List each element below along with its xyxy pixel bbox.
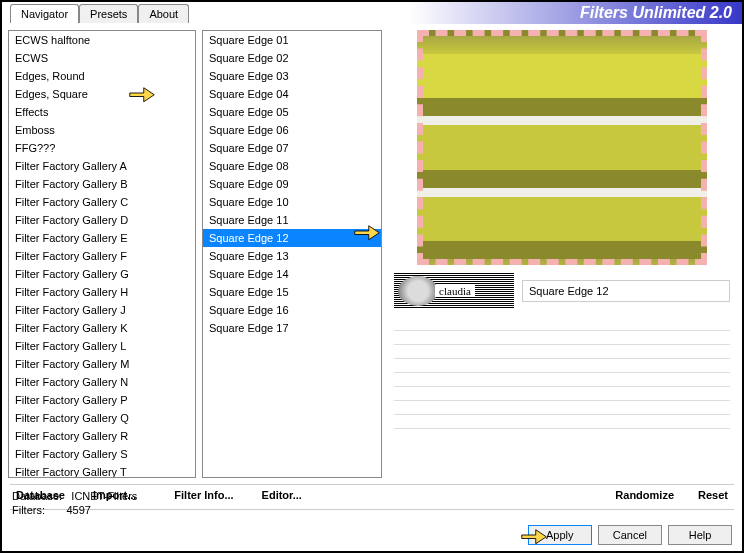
parameter-rows — [388, 317, 736, 429]
filter-list-item[interactable]: Square Edge 05 — [203, 103, 381, 121]
status-database-label: Database: — [12, 490, 62, 502]
dialog-buttons: Apply Cancel Help — [528, 525, 732, 545]
status-filters-value: 4597 — [66, 504, 90, 516]
category-list-item[interactable]: Edges, Square — [9, 85, 195, 103]
category-list-item[interactable]: Filter Factory Gallery P — [9, 391, 195, 409]
category-list-item[interactable]: Edges, Round — [9, 67, 195, 85]
category-list-item[interactable]: ECWS — [9, 49, 195, 67]
filter-list-item[interactable]: Square Edge 15 — [203, 283, 381, 301]
category-list-item[interactable]: Emboss — [9, 121, 195, 139]
param-row — [394, 317, 730, 331]
main-content: ECWS halftoneECWSEdges, RoundEdges, Squa… — [2, 24, 742, 484]
category-list-item[interactable]: Filter Factory Gallery C — [9, 193, 195, 211]
filter-list-item[interactable]: Square Edge 11 — [203, 211, 381, 229]
app-title: Filters Unlimited 2.0 — [580, 4, 732, 22]
preview-panel: claudia Square Edge 12 — [388, 30, 736, 478]
param-row — [394, 331, 730, 345]
cancel-button[interactable]: Cancel — [598, 525, 662, 545]
selected-filter-name: Square Edge 12 — [522, 280, 730, 302]
filter-list-item[interactable]: Square Edge 03 — [203, 67, 381, 85]
category-list-item[interactable]: FFG??? — [9, 139, 195, 157]
filter-list-item[interactable]: Square Edge 16 — [203, 301, 381, 319]
filter-list-item[interactable]: Square Edge 13 — [203, 247, 381, 265]
randomize-button[interactable]: Randomize — [615, 489, 674, 501]
category-list-item[interactable]: Filter Factory Gallery S — [9, 445, 195, 463]
category-list-item[interactable]: Filter Factory Gallery A — [9, 157, 195, 175]
category-list-item[interactable]: Filter Factory Gallery D — [9, 211, 195, 229]
category-list-item[interactable]: Effects — [9, 103, 195, 121]
param-row — [394, 345, 730, 359]
category-list-item[interactable]: Filter Factory Gallery E — [9, 229, 195, 247]
filter-list-item[interactable]: Square Edge 04 — [203, 85, 381, 103]
help-button[interactable]: Help — [668, 525, 732, 545]
category-list-item[interactable]: Filter Factory Gallery J — [9, 301, 195, 319]
category-list-item[interactable]: Filter Factory Gallery R — [9, 427, 195, 445]
param-row — [394, 359, 730, 373]
tab-strip: Navigator Presets About — [10, 4, 189, 23]
category-list-item[interactable]: Filter Factory Gallery Q — [9, 409, 195, 427]
category-list-item[interactable]: Filter Factory Gallery M — [9, 355, 195, 373]
filter-list-item[interactable]: Square Edge 14 — [203, 265, 381, 283]
param-row — [394, 415, 730, 429]
category-list-item[interactable]: Filter Factory Gallery G — [9, 265, 195, 283]
filter-list-item[interactable]: Square Edge 06 — [203, 121, 381, 139]
category-list-item[interactable]: Filter Factory Gallery T — [9, 463, 195, 478]
category-list-item[interactable]: Filter Factory Gallery B — [9, 175, 195, 193]
status-bar: Database: ICNET-Filters Filters: 4597 — [12, 489, 137, 517]
param-row — [394, 373, 730, 387]
category-list-item[interactable]: Filter Factory Gallery N — [9, 373, 195, 391]
param-row — [394, 401, 730, 415]
filter-list-item[interactable]: Square Edge 01 — [203, 31, 381, 49]
apply-button[interactable]: Apply — [528, 525, 592, 545]
filter-list-item[interactable]: Square Edge 02 — [203, 49, 381, 67]
filter-list-item[interactable]: Square Edge 17 — [203, 319, 381, 337]
editor-button[interactable]: Editor... — [262, 489, 302, 501]
filter-list-item[interactable]: Square Edge 07 — [203, 139, 381, 157]
category-list-item[interactable]: Filter Factory Gallery F — [9, 247, 195, 265]
watermark-text: claudia — [435, 285, 475, 297]
category-list-item[interactable]: Filter Factory Gallery K — [9, 319, 195, 337]
tab-presets[interactable]: Presets — [79, 4, 138, 23]
category-list-item[interactable]: ECWS halftone — [9, 31, 195, 49]
filter-info-button[interactable]: Filter Info... — [174, 489, 233, 501]
header-bar: Navigator Presets About Filters Unlimite… — [2, 2, 742, 24]
param-row — [394, 387, 730, 401]
filter-list-item[interactable]: Square Edge 09 — [203, 175, 381, 193]
status-filters-label: Filters: — [12, 504, 45, 516]
preview-image — [417, 30, 707, 265]
tab-navigator[interactable]: Navigator — [10, 4, 79, 23]
category-list-item[interactable]: Filter Factory Gallery L — [9, 337, 195, 355]
category-listbox[interactable]: ECWS halftoneECWSEdges, RoundEdges, Squa… — [8, 30, 196, 478]
filter-listbox[interactable]: Square Edge 01Square Edge 02Square Edge … — [202, 30, 382, 478]
watermark-badge: claudia — [394, 273, 514, 309]
reset-button[interactable]: Reset — [698, 489, 728, 501]
status-database-value: ICNET-Filters — [71, 490, 137, 502]
filter-list-item[interactable]: Square Edge 08 — [203, 157, 381, 175]
filter-list-item[interactable]: Square Edge 10 — [203, 193, 381, 211]
filter-list-item[interactable]: Square Edge 12 — [203, 229, 381, 247]
preview-info-row: claudia Square Edge 12 — [388, 273, 736, 309]
category-list-item[interactable]: Filter Factory Gallery H — [9, 283, 195, 301]
tab-about[interactable]: About — [138, 4, 189, 23]
